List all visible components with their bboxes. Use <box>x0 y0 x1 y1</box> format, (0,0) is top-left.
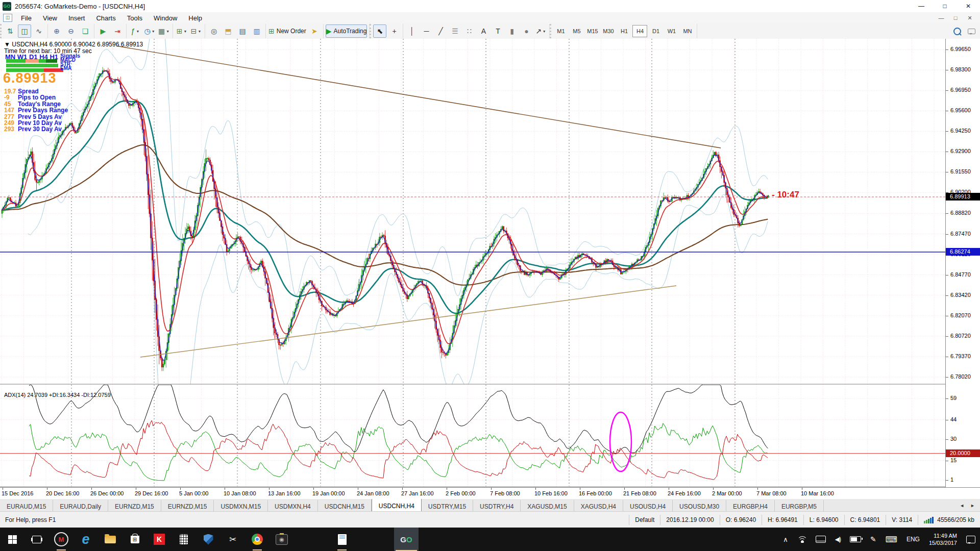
menu-window[interactable]: Window <box>148 13 183 23</box>
profiles-icon[interactable]: ⊟▼ <box>189 24 203 38</box>
tab-usousd-h4[interactable]: USOUSD,H4 <box>623 500 673 512</box>
autotrading-button[interactable]: ▶AutoTrading <box>326 24 368 38</box>
price-axis[interactable]: 6.996506.983006.969506.956006.942506.929… <box>945 39 980 487</box>
search-magnifier-icon[interactable] <box>950 24 964 38</box>
timeframe-h1[interactable]: H1 <box>617 25 631 37</box>
arrows-icon[interactable]: ↗▼ <box>534 24 547 38</box>
fibonacci-icon[interactable]: ☰ <box>448 24 461 38</box>
menu-help[interactable]: Help <box>183 13 208 23</box>
child-restore-button[interactable]: □ <box>948 13 963 22</box>
text-icon[interactable]: A <box>477 24 490 38</box>
crosshair-icon[interactable]: + <box>387 24 401 38</box>
new-chart-icon[interactable]: ⊞▼ <box>175 24 188 38</box>
tab-usdcnh-m15[interactable]: USDCNH,M15 <box>318 500 372 512</box>
new-order-button[interactable]: ⊞New Order <box>268 24 307 38</box>
timeframe-m5[interactable]: M5 <box>569 25 584 37</box>
indicators-icon[interactable]: ƒ▼ <box>129 24 142 38</box>
action-center-icon[interactable] <box>962 528 980 551</box>
chart-shift-icon[interactable]: ⇥ <box>111 24 124 38</box>
templates-icon[interactable]: ▦▼ <box>157 24 170 38</box>
chat-icon[interactable] <box>965 24 978 38</box>
tab-euraud-m15[interactable]: EURAUD,M15 <box>0 500 53 512</box>
timeframe-m1[interactable]: M1 <box>553 25 568 37</box>
timeframe-d1[interactable]: D1 <box>648 25 663 37</box>
trendline-icon[interactable]: ╱ <box>434 24 447 38</box>
tab-xagusd-h4[interactable]: XAGUSD,H4 <box>574 500 623 512</box>
cursor-icon[interactable]: ⬉ <box>373 24 386 38</box>
bar-time-cell[interactable]: 2016.12.19 00:00 <box>660 515 719 525</box>
tab-usdmxn-h4[interactable]: USDMXN,H4 <box>268 500 318 512</box>
chart-window-icon[interactable]: ◫ <box>3 14 12 22</box>
snipping-tool[interactable]: ✂ <box>220 528 245 551</box>
horizontal-line-icon[interactable]: ─ <box>420 24 433 38</box>
text-label-icon[interactable]: T <box>491 24 504 38</box>
terminal-icon[interactable]: ▤ <box>236 24 249 38</box>
touch-keyboard-icon[interactable]: ⌨ <box>881 528 902 551</box>
periods-icon[interactable]: ◷▼ <box>143 24 156 38</box>
edge-browser[interactable]: e <box>74 528 98 551</box>
camera-app[interactable]: ◉ <box>270 528 294 551</box>
candlesticks-icon[interactable]: ◫ <box>18 24 31 38</box>
zoom-out-icon[interactable]: ⊖ <box>64 24 78 38</box>
menu-insert[interactable]: Insert <box>63 13 91 23</box>
rectangle-icon[interactable]: ▮ <box>505 24 519 38</box>
tab-euraud-daily[interactable]: EURAUD,Daily <box>53 500 108 512</box>
timeframe-h4[interactable]: H4 <box>632 25 647 37</box>
task-view-button[interactable] <box>24 528 49 551</box>
tab-usdmxn-m15[interactable]: USDMXN,M15 <box>214 500 268 512</box>
zoom-in-icon[interactable]: ⊕ <box>50 24 63 38</box>
child-close-button[interactable]: ✕ <box>963 13 977 22</box>
shapes-grid-icon[interactable]: ∷ <box>462 24 476 38</box>
depth-of-market-icon[interactable]: ➤ <box>308 24 321 38</box>
menu-file[interactable]: File <box>15 13 37 23</box>
chrome-browser[interactable] <box>245 528 270 551</box>
language-indicator[interactable]: ENG <box>902 528 924 551</box>
m-app[interactable]: M <box>49 528 74 551</box>
timeframe-m15[interactable]: M15 <box>585 25 600 37</box>
tab-usousd-m30[interactable]: USOUSD,M30 <box>673 500 726 512</box>
ellipse-icon[interactable]: ● <box>520 24 533 38</box>
battery-icon[interactable] <box>845 528 866 551</box>
tab-xagusd-m15[interactable]: XAGUSD,M15 <box>521 500 574 512</box>
history-folder-icon[interactable]: ⬒ <box>222 24 235 38</box>
tab-eurgbp-m5[interactable]: EURGBP,M5 <box>775 500 824 512</box>
symbols-icon[interactable]: ◎ <box>207 24 220 38</box>
tab-eurnzd-m15[interactable]: EURNZD,M15 <box>161 500 214 512</box>
tab-eurnzd-m15[interactable]: EURNZD,M15 <box>108 500 161 512</box>
ohlc-bars-icon[interactable]: ⇅ <box>4 24 17 38</box>
price-chart-canvas[interactable] <box>0 39 945 487</box>
writer-app[interactable] <box>330 528 354 551</box>
profile-cell[interactable]: Default <box>629 515 660 525</box>
file-explorer[interactable] <box>98 528 122 551</box>
timeframe-w1[interactable]: W1 <box>664 25 679 37</box>
menu-view[interactable]: View <box>37 13 63 23</box>
start-button[interactable] <box>0 528 24 551</box>
touchpad-icon[interactable] <box>811 528 830 551</box>
defender-security[interactable] <box>196 528 220 551</box>
menu-charts[interactable]: Charts <box>90 13 121 23</box>
pen-icon[interactable]: ✎ <box>866 528 881 551</box>
tile-windows-icon[interactable]: ❏ <box>79 24 92 38</box>
line-chart-icon[interactable]: ∿ <box>32 24 45 38</box>
metaeditor-icon[interactable]: ▥ <box>250 24 263 38</box>
k-app[interactable]: K <box>147 528 172 551</box>
menu-tools[interactable]: Tools <box>121 13 148 23</box>
minimize-button[interactable]: — <box>910 0 933 12</box>
auto-scroll-icon[interactable]: ▶ <box>96 24 110 38</box>
tray-chevron-icon[interactable]: ∧ <box>778 528 793 551</box>
tab-scroll-right[interactable]: ► <box>970 503 975 508</box>
gomarkets-mt4[interactable]: GO <box>394 528 419 551</box>
maximize-button[interactable]: □ <box>933 0 957 12</box>
vertical-line-icon[interactable]: │ <box>405 24 419 38</box>
tab-usdcnh-h4[interactable]: USDCNH,H4 <box>372 498 422 512</box>
microsoft-store[interactable]: ⊞ <box>122 528 147 551</box>
time-axis[interactable]: 15 Dec 201620 Dec 16:0026 Dec 00:0029 De… <box>0 487 980 499</box>
tab-scroll-left[interactable]: ◄ <box>960 503 964 508</box>
wifi-icon[interactable] <box>793 528 811 551</box>
tab-usdtry-m15[interactable]: USDTRY,M15 <box>422 500 473 512</box>
tab-eurgbp-h4[interactable]: EURGBP,H4 <box>726 500 775 512</box>
tab-usdtry-h4[interactable]: USDTRY,H4 <box>473 500 521 512</box>
timeframe-mn[interactable]: MN <box>680 25 695 37</box>
calculator[interactable] <box>172 528 196 551</box>
close-button[interactable]: ✕ <box>957 0 980 12</box>
